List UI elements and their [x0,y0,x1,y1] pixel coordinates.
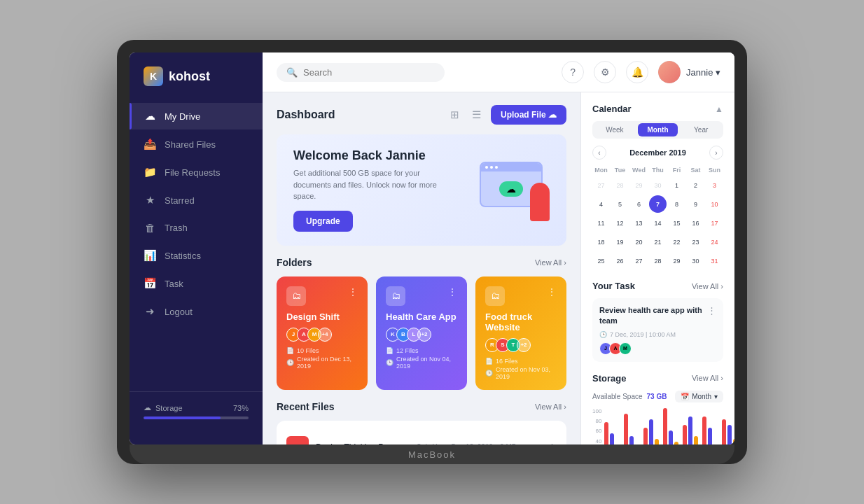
recent-files-view-all[interactable]: View All › [535,402,566,411]
cal-day[interactable]: 30 [687,252,704,270]
calendar-prev-button[interactable]: ‹ [592,146,606,160]
cal-day[interactable]: 21 [649,233,667,251]
cal-day[interactable]: 4 [592,195,610,213]
cal-day[interactable]: 3 [706,176,723,194]
bar-red [702,416,706,444]
cal-day[interactable]: 14 [649,214,667,232]
list-view-button[interactable]: ☰ [469,106,484,124]
cal-day[interactable]: 25 [592,252,610,270]
settings-button[interactable]: ⚙ [594,61,616,83]
bar-red [683,425,687,444]
cal-day[interactable]: 31 [706,252,723,270]
sidebar-item-statistics[interactable]: 📊 Statistics [130,242,263,269]
folder-avatars-2: K B L +2 [386,328,457,342]
folder-design-shift[interactable]: 🗂 ⋮ Design Shift J A M +4 📄 [277,276,368,390]
cal-day[interactable]: 19 [611,233,629,251]
cal-day[interactable]: 5 [611,195,629,213]
search-box[interactable]: 🔍 [277,63,445,82]
folder-menu-2[interactable]: ⋮ [447,286,457,298]
cal-day[interactable]: 29 [668,252,685,270]
calendar-next-button[interactable]: › [709,146,723,160]
folder-menu-1[interactable]: ⋮ [348,286,358,298]
search-input[interactable] [303,67,435,78]
tab-month[interactable]: Month [638,123,678,136]
sidebar-item-trash[interactable]: 🗑 Trash [130,215,263,241]
cal-day[interactable]: 22 [668,233,685,251]
tab-year[interactable]: Year [681,123,721,136]
cal-day[interactable]: 27 [630,252,648,270]
cal-day[interactable]: 17 [706,214,723,232]
sidebar-item-task[interactable]: 📅 Task [130,270,263,297]
month-filter-button[interactable]: 📅 Month ▾ [675,391,723,402]
user-menu[interactable]: Jannie ▾ [658,61,720,83]
cal-day[interactable]: 27 [592,176,610,194]
more-file-button[interactable]: ⋮ [548,442,557,444]
file-size-1: 2 MB [500,443,516,444]
storage-title: Storage [592,373,626,384]
sidebar-item-logout[interactable]: ➜ Logout [130,298,263,325]
sidebar-item-starred[interactable]: ★ Starred [130,187,263,214]
cal-day[interactable]: 24 [706,233,723,251]
upgrade-button[interactable]: Upgrade [293,211,353,232]
sidebar-item-file-requests[interactable]: 📁 File Requests [130,159,263,186]
cal-day[interactable]: 29 [630,176,648,194]
sidebar-item-my-drive[interactable]: ☁ My Drive [130,103,263,130]
sidebar-item-shared-files[interactable]: 📤 Shared Files [130,131,263,158]
sidebar-label-shared-files: Shared Files [165,139,216,150]
cal-day[interactable]: 26 [611,252,629,270]
bar-group-jun [702,416,718,444]
share-file-button[interactable]: ↗ [534,442,542,444]
folder-avatar-count: +4 [318,328,332,342]
recent-files-title: Recent Files [277,401,334,412]
folder-food-truck[interactable]: 🗂 ⋮ Food truck Website R S T +2 [475,276,566,390]
cal-day[interactable]: 15 [668,214,685,232]
cal-day[interactable]: 20 [630,233,648,251]
cal-day[interactable]: 16 [687,214,704,232]
cal-day[interactable]: 2 [687,176,704,194]
calendar-title: Calendar [592,104,632,114]
cal-day[interactable]: 28 [611,176,629,194]
task-view-all[interactable]: View All › [692,282,723,290]
task-more-button[interactable]: ⋮ [707,305,716,316]
cal-day[interactable]: 6 [630,195,648,213]
calendar-header: Calendar ▲ [592,104,723,114]
bar-group-jan [604,422,620,444]
cal-day[interactable]: 30 [649,176,667,194]
upload-file-button[interactable]: Upload File ☁ [491,105,566,125]
cal-day[interactable]: 8 [668,195,685,213]
bar-yellow [674,442,678,444]
storage-header: Storage View All › [592,373,723,384]
chart-area: Jan Feb Mar Apr May Jun Jul Aug [604,408,734,444]
cal-day[interactable]: 1 [668,176,685,194]
cal-day-today[interactable]: 7 [649,195,667,213]
add-file-button[interactable]: + [523,442,529,444]
cal-day[interactable]: 11 [592,214,610,232]
cal-day[interactable]: 9 [687,195,704,213]
folder-menu-3[interactable]: ⋮ [547,286,557,298]
cal-day[interactable]: 18 [592,233,610,251]
notifications-button[interactable]: 🔔 [626,61,648,83]
calendar-icon: 📅 [144,277,156,290]
grid-view-button[interactable]: ⊞ [447,106,462,124]
page-title: Dashboard [277,108,335,121]
storage-gb-value: 73 GB [647,393,667,400]
task-avatar: M [619,342,632,355]
cal-day[interactable]: 13 [630,214,648,232]
cal-day[interactable]: 12 [611,214,629,232]
help-button[interactable]: ? [562,61,584,83]
tab-week[interactable]: Week [594,123,635,136]
file-actions-1: + ↗ ⋮ [523,442,557,444]
folder-meta-2: 📄 12 Files 🕒 Created on Nov 04, 2019 [386,347,457,370]
cal-day[interactable]: 28 [649,252,667,270]
cal-day[interactable]: 23 [687,233,704,251]
storage-view-all[interactable]: View All › [692,374,723,382]
sidebar-nav: ☁ My Drive 📤 Shared Files 📁 File Request… [130,103,263,386]
folder-health-care[interactable]: 🗂 ⋮ Health Care App K B L +2 [376,276,467,390]
folders-view-all[interactable]: View All › [535,258,566,267]
calendar-collapse-button[interactable]: ▲ [715,104,723,114]
cal-day[interactable]: 10 [706,195,723,213]
folder-avatar-count: +2 [517,338,531,352]
bar-red [663,408,667,444]
file-name-1: Design Thinking Process [316,442,410,445]
banner-illustration: ☁ [452,158,550,221]
